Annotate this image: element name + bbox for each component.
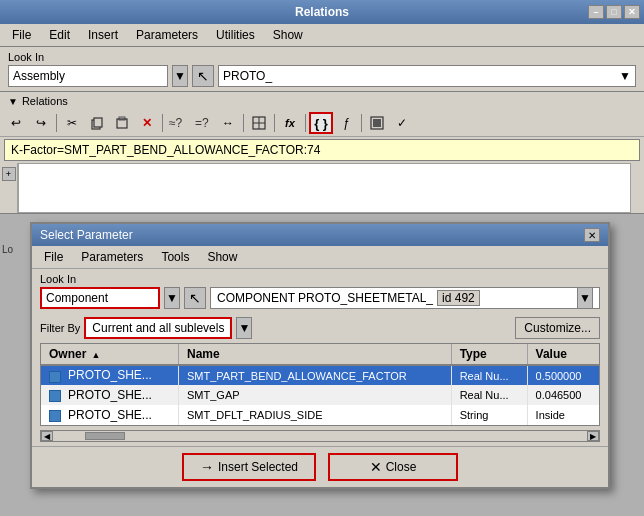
separator-1 [56,114,57,132]
expand-button[interactable]: ↔ [216,112,240,134]
col-type[interactable]: Type [451,344,527,365]
background-area: Lo Select Parameter ✕ File Parameters To… [0,214,644,516]
brackets-button[interactable]: { } [309,112,333,134]
close-modal-button[interactable]: ✕ Close [328,453,458,481]
row-icon [49,390,61,402]
menu-edit[interactable]: Edit [41,26,78,44]
paste-button[interactable] [110,112,134,134]
cell-name: SMT_PART_BEND_ALLOWANCE_FACTOR [179,365,452,385]
table-row[interactable]: PROTO_SHE... SMT_DFLT_RADIUS_SIDE String… [41,405,599,425]
right-scrollbar[interactable] [630,163,644,213]
filter-dropdown-arrow[interactable]: ▼ [236,317,252,339]
row-icon [49,410,61,422]
look-in-select[interactable]: Assembly [8,65,168,87]
cell-value: 0.046500 [527,385,599,405]
scrollbar-thumb[interactable] [85,432,125,440]
modal-title: Select Parameter [40,228,133,242]
look-in-section: Look In Assembly ▼ ↖ PROTO_ ▼ [0,47,644,92]
filter-select[interactable]: Current and all sublevels [84,317,232,339]
menu-file[interactable]: File [4,26,39,44]
customize-button[interactable]: Customize... [515,317,600,339]
modal-menu-bar: File Parameters Tools Show [32,246,608,269]
modal-cursor-button[interactable]: ↖ [184,287,206,309]
separator-5 [305,114,306,132]
col-owner[interactable]: Owner ▲ [41,344,179,365]
minimize-button[interactable]: – [588,5,604,19]
modal-title-bar: Select Parameter ✕ [32,224,608,246]
modal-close-button[interactable]: ✕ [584,228,600,242]
param-table: Owner ▲ Name Type Value [41,344,599,425]
cell-owner: PROTO_SHE... [41,385,179,405]
add-button[interactable]: + [2,167,16,181]
close-btn-label: Close [386,460,417,474]
copy-button[interactable] [85,112,109,134]
horizontal-scrollbar[interactable]: ◀ ▶ [40,430,600,442]
look-in-row: Assembly ▼ ↖ PROTO_ ▼ [8,65,636,87]
scroll-right-button[interactable]: ▶ [587,431,599,441]
modal-menu-parameters[interactable]: Parameters [73,248,151,266]
menu-show[interactable]: Show [265,26,311,44]
component-info: COMPONENT PROTO_SHEETMETAL_ id 492 ▼ [210,287,600,309]
component-value: Component [46,291,108,305]
verify2-button[interactable]: ✓ [390,112,414,134]
cell-name: SMT_DFLT_RADIUS_SIDE [179,405,452,425]
relations-label: Relations [22,95,68,107]
close-button[interactable]: ✕ [624,5,640,19]
filter-value: Current and all sublevels [92,321,224,335]
svg-rect-10 [373,119,381,127]
sort-indicator: ▲ [91,350,100,360]
col-value[interactable]: Value [527,344,599,365]
look-in-dropdown-arrow[interactable]: ▼ [172,65,188,87]
table-button[interactable] [247,112,271,134]
insert-btn-label: Insert Selected [218,460,298,474]
table-row[interactable]: PROTO_SHE... SMT_PART_BEND_ALLOWANCE_FAC… [41,365,599,385]
cursor-button[interactable]: ↖ [192,65,214,87]
cut-button[interactable]: ✂ [60,112,84,134]
redo-button[interactable]: ↪ [29,112,53,134]
delete-button[interactable]: ✕ [135,112,159,134]
toolbar: ↩ ↪ ✂ ✕ ≈? =? ↔ fx [0,110,644,137]
menu-utilities[interactable]: Utilities [208,26,263,44]
modal-look-in-row: Component ▼ ↖ COMPONENT PROTO_SHEETMETAL… [40,287,600,309]
maximize-button[interactable]: □ [606,5,622,19]
svg-text:=?: =? [195,116,209,130]
insert-selected-button[interactable]: → Insert Selected [182,453,316,481]
format-button[interactable]: ≈? [166,112,190,134]
modal-menu-file[interactable]: File [36,248,71,266]
proto-dropdown-arrow: ▼ [619,69,631,83]
verify1-button[interactable] [365,112,389,134]
lo-label: Lo [2,244,13,255]
table-row[interactable]: PROTO_SHE... SMT_GAP Real Nu... 0.046500 [41,385,599,405]
equals-button[interactable]: =? [191,112,215,134]
fx-button[interactable]: fx [278,112,302,134]
undo-button[interactable]: ↩ [4,112,28,134]
component-info-arrow[interactable]: ▼ [577,287,593,309]
modal-footer: → Insert Selected ✕ Close [32,446,608,487]
function-button[interactable]: ƒ [334,112,358,134]
menu-insert[interactable]: Insert [80,26,126,44]
proto-select[interactable]: PROTO_ ▼ [218,65,636,87]
component-select[interactable]: Component [40,287,160,309]
collapse-arrow[interactable]: ▼ [8,96,18,107]
modal-dropdown-arrow[interactable]: ▼ [164,287,180,309]
filter-row: Filter By Current and all sublevels ▼ Cu… [32,313,608,343]
cell-type: Real Nu... [451,385,527,405]
scroll-left-button[interactable]: ◀ [41,431,53,441]
modal-menu-show[interactable]: Show [199,248,245,266]
separator-6 [361,114,362,132]
look-in-value: Assembly [13,69,65,83]
formula-bar: K-Factor=SMT_PART_BEND_ALLOWANCE_FACTOR:… [4,139,640,161]
look-in-label: Look In [8,51,636,63]
cell-name: SMT_GAP [179,385,452,405]
separator-2 [162,114,163,132]
param-table-container: Owner ▲ Name Type Value [40,343,600,426]
close-icon: ✕ [370,459,382,475]
title-bar: Relations – □ ✕ [0,0,644,24]
menu-parameters[interactable]: Parameters [128,26,206,44]
modal-menu-tools[interactable]: Tools [153,248,197,266]
app-window: Relations – □ ✕ File Edit Insert Paramet… [0,0,644,516]
insert-icon: → [200,459,214,475]
relations-header: ▼ Relations [0,92,644,110]
modal-container: Select Parameter ✕ File Parameters Tools… [30,222,634,512]
col-name[interactable]: Name [179,344,452,365]
